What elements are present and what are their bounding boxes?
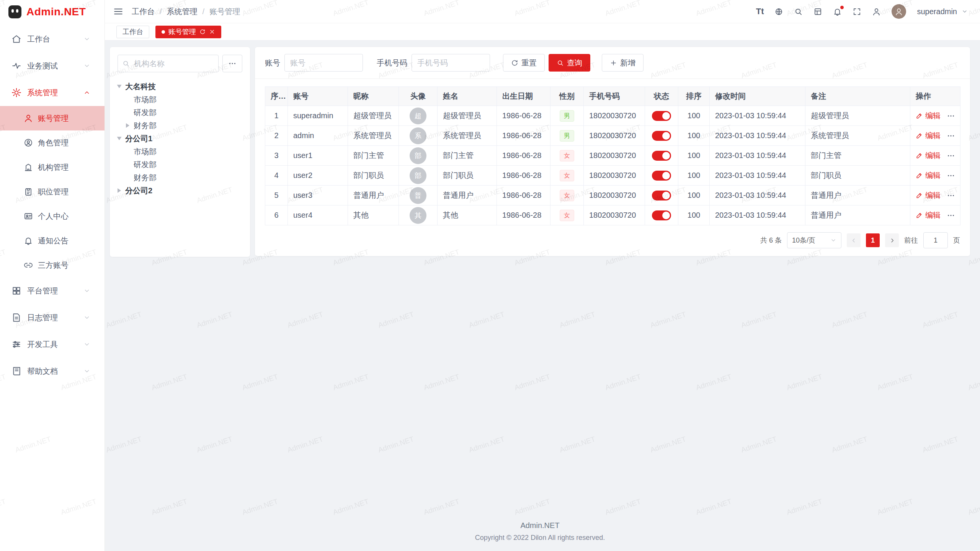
- cell-nickname: 部门主管: [348, 146, 399, 166]
- logo-text: Admin.NET: [26, 6, 86, 18]
- hamburger-menu-icon[interactable]: [113, 7, 123, 16]
- row-more-button[interactable]: [947, 152, 955, 160]
- tree-node[interactable]: 市场部: [118, 93, 242, 106]
- tree-node[interactable]: 市场部: [118, 145, 242, 158]
- sidebar-item-label: 机构管理: [38, 162, 69, 173]
- edit-button[interactable]: 编辑: [916, 111, 941, 121]
- fullscreen-icon[interactable]: [853, 7, 861, 16]
- building-icon: [24, 163, 33, 172]
- status-toggle[interactable]: [652, 111, 671, 121]
- breadcrumb-item[interactable]: 系统管理: [167, 7, 198, 17]
- status-toggle[interactable]: [652, 191, 671, 201]
- sidebar-item-help-docs[interactable]: 帮助文档: [0, 358, 105, 385]
- org-search-input[interactable]: [118, 55, 219, 72]
- org-more-button[interactable]: [222, 55, 242, 72]
- sidebar-item-system-management[interactable]: 系统管理: [0, 79, 105, 106]
- sidebar-item-dev-tools[interactable]: 开发工具: [0, 331, 105, 358]
- tree-node[interactable]: 财务部: [118, 171, 242, 184]
- breadcrumb-separator: /: [203, 7, 205, 16]
- page-number-active[interactable]: 1: [866, 233, 880, 247]
- goto-page-input[interactable]: [923, 232, 948, 248]
- tab-account-management[interactable]: 账号管理: [155, 26, 221, 38]
- cell-phone: 18020030720: [584, 166, 645, 186]
- caret-expanded-icon[interactable]: [117, 137, 122, 140]
- next-page-button[interactable]: [885, 233, 899, 247]
- profile-icon[interactable]: [872, 7, 881, 16]
- query-button[interactable]: 查询: [549, 54, 590, 72]
- prev-page-button[interactable]: [847, 233, 861, 247]
- font-size-icon[interactable]: Tt: [756, 7, 764, 16]
- row-more-button[interactable]: [947, 132, 955, 140]
- breadcrumb-item[interactable]: 工作台: [132, 7, 155, 17]
- cell-order: 100: [678, 146, 710, 166]
- cell-modified-time: 2023-01-03 10:59:44: [710, 146, 805, 166]
- accounts-table-wrap: 序号 账号 昵称 头像 姓名 出生日期 性别 手机号码 状态 排序: [265, 86, 960, 225]
- sidebar-item-org-management[interactable]: 机构管理: [0, 155, 105, 179]
- tree-node[interactable]: 财务部: [118, 119, 242, 132]
- footer-title: Admin.NET: [110, 521, 970, 530]
- search-icon[interactable]: [794, 7, 803, 16]
- sidebar-item-third-party-account[interactable]: 三方账号: [0, 253, 105, 277]
- layout-config-icon[interactable]: [813, 7, 822, 16]
- reset-button[interactable]: 重置: [503, 54, 545, 72]
- username[interactable]: superadmin: [917, 7, 957, 16]
- edit-button[interactable]: 编辑: [916, 150, 941, 161]
- org-tree: 大名科技 市场部 研发部 财务部: [118, 80, 242, 197]
- notification-bell-icon[interactable]: [833, 7, 842, 16]
- edit-button[interactable]: 编辑: [916, 130, 941, 141]
- sidebar-item-personal-center[interactable]: 个人中心: [0, 204, 105, 228]
- tab-workbench[interactable]: 工作台: [116, 26, 149, 38]
- tree-node[interactable]: 分公司2: [118, 184, 242, 197]
- edit-button[interactable]: 编辑: [916, 170, 941, 181]
- status-toggle[interactable]: [652, 131, 671, 141]
- edit-button[interactable]: 编辑: [916, 190, 941, 201]
- row-more-button[interactable]: [947, 171, 955, 180]
- cell-phone: 18020030720: [584, 205, 645, 225]
- edit-icon: [916, 172, 923, 179]
- tree-node-label: 财务部: [134, 173, 157, 183]
- tree-node[interactable]: 大名科技: [118, 80, 242, 93]
- sidebar-item-platform-management[interactable]: 平台管理: [0, 277, 105, 304]
- edit-button[interactable]: 编辑: [916, 210, 941, 220]
- add-button[interactable]: 新增: [602, 54, 644, 72]
- breadcrumb: 工作台 / 系统管理 / 账号管理: [132, 7, 240, 17]
- column-header: 排序: [678, 87, 710, 106]
- refresh-icon[interactable]: [199, 29, 206, 35]
- chevron-down-icon[interactable]: [962, 8, 968, 15]
- cell-name: 超级管理员: [438, 106, 497, 126]
- sidebar-item-role-management[interactable]: 角色管理: [0, 130, 105, 155]
- column-header: 序号: [265, 87, 288, 106]
- sidebar-item-position-management[interactable]: 职位管理: [0, 179, 105, 204]
- status-toggle[interactable]: [652, 151, 671, 161]
- phone-filter-input[interactable]: [412, 54, 490, 72]
- user-avatar[interactable]: [892, 4, 906, 19]
- caret-expanded-icon[interactable]: [117, 85, 122, 88]
- globe-icon[interactable]: [774, 7, 783, 16]
- row-more-button[interactable]: [947, 191, 955, 200]
- sidebar-item-business-test[interactable]: 业务测试: [0, 52, 105, 79]
- topbar: 工作台 / 系统管理 / 账号管理 Tt superadmin: [105, 0, 980, 23]
- status-toggle[interactable]: [652, 171, 671, 181]
- cell-index: 5: [265, 186, 288, 205]
- row-more-button[interactable]: [947, 211, 955, 220]
- org-search-row: [118, 55, 242, 72]
- close-icon[interactable]: [209, 29, 215, 35]
- sidebar-item-workbench[interactable]: 工作台: [0, 26, 105, 52]
- sidebar-item-notice-announcement[interactable]: 通知公告: [0, 228, 105, 253]
- sidebar-item-log-management[interactable]: 日志管理: [0, 304, 105, 331]
- tree-node[interactable]: 研发部: [118, 158, 242, 171]
- account-filter-input[interactable]: [284, 54, 363, 72]
- page-size-select[interactable]: 10条/页: [787, 232, 841, 248]
- caret-collapsed-icon[interactable]: [126, 123, 129, 128]
- search-icon: [557, 59, 564, 67]
- tree-node[interactable]: 分公司1: [118, 132, 242, 145]
- column-header: 昵称: [348, 87, 399, 106]
- accounts-table: 序号 账号 昵称 头像 姓名 出生日期 性别 手机号码 状态 排序: [265, 86, 960, 225]
- sidebar-item-label: 业务测试: [27, 61, 58, 71]
- tree-node[interactable]: 研发部: [118, 106, 242, 119]
- sidebar-item-account-management[interactable]: 账号管理: [0, 106, 105, 130]
- row-more-button[interactable]: [947, 112, 955, 120]
- status-toggle[interactable]: [652, 210, 671, 220]
- caret-collapsed-icon[interactable]: [118, 188, 121, 193]
- home-icon: [11, 34, 21, 44]
